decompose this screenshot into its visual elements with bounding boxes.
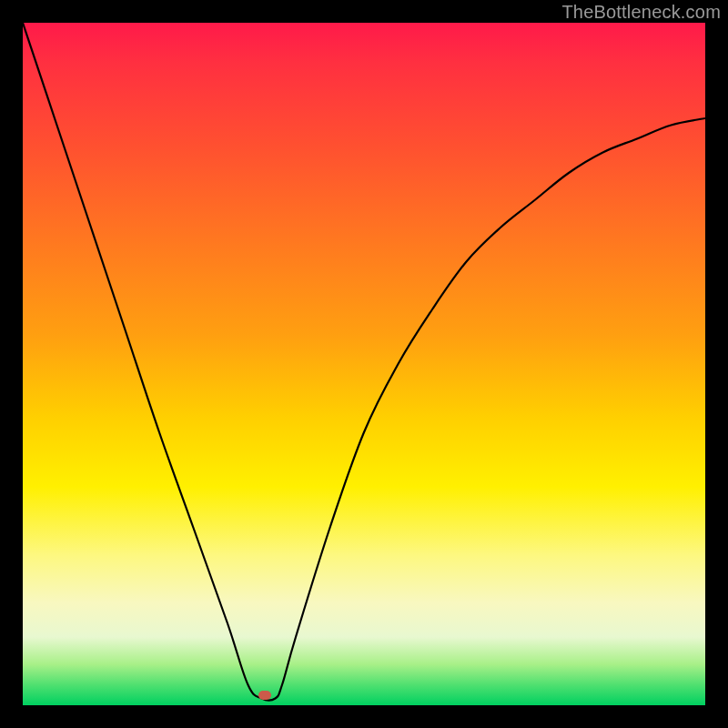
optimal-point-marker [258,691,271,700]
chart-frame: TheBottleneck.com [0,0,728,728]
curve-layer [23,23,705,705]
watermark-text: TheBottleneck.com [561,2,721,23]
bottleneck-curve [23,23,705,701]
plot-area [23,23,705,705]
